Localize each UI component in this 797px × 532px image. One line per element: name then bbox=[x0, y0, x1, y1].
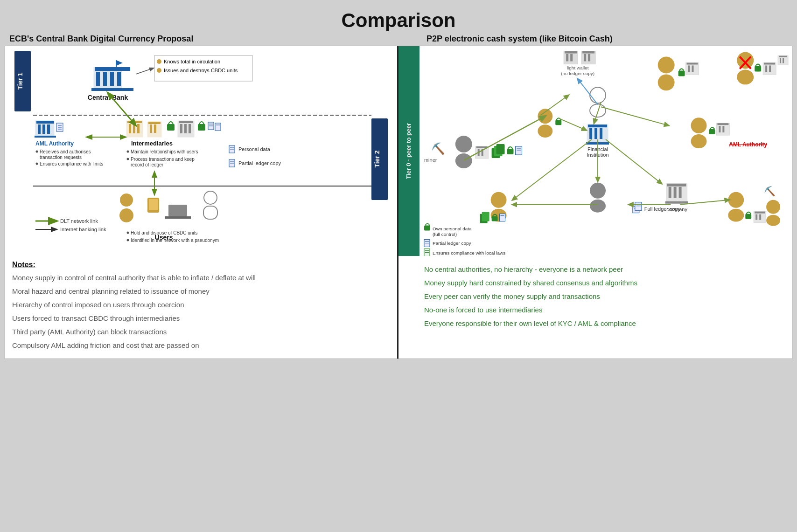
left-note-4: Users forced to transact CBDC through in… bbox=[12, 313, 390, 323]
svg-point-16 bbox=[157, 59, 161, 64]
svg-rect-146 bbox=[600, 128, 602, 139]
left-diagram-svg: Tier 1 Tier 2 bbox=[5, 46, 397, 256]
notes-title: Notes: bbox=[12, 261, 390, 269]
svg-rect-6 bbox=[96, 72, 100, 86]
svg-rect-113 bbox=[692, 65, 694, 72]
right-note-5: Everyone responsible for their own level… bbox=[424, 318, 785, 328]
svg-point-33 bbox=[36, 151, 38, 153]
svg-rect-57 bbox=[215, 123, 221, 131]
svg-text:Receives and authorises: Receives and authorises bbox=[40, 149, 91, 154]
svg-rect-147 bbox=[588, 124, 607, 127]
svg-text:miner: miner bbox=[424, 157, 437, 163]
svg-rect-138 bbox=[496, 144, 505, 154]
svg-text:Full ledger copy: Full ledger copy bbox=[644, 206, 681, 212]
svg-text:DLT network link: DLT network link bbox=[60, 218, 98, 224]
svg-rect-99 bbox=[566, 54, 568, 62]
right-note-1: No central authorities, no hierarchy - e… bbox=[424, 264, 785, 274]
svg-text:Process transactions and keep: Process transactions and keep bbox=[131, 157, 195, 162]
right-notes-section: No central authorities, no hierarchy - e… bbox=[398, 256, 792, 349]
svg-rect-45 bbox=[154, 124, 156, 133]
svg-rect-25 bbox=[47, 124, 50, 134]
right-note-3: Every peer can verify the money supply a… bbox=[424, 291, 785, 301]
svg-text:Internet banking link: Internet banking link bbox=[60, 227, 106, 232]
svg-text:Maintain relationships with us: Maintain relationships with users bbox=[131, 149, 198, 154]
svg-rect-53 bbox=[198, 124, 205, 131]
svg-text:Own personal data: Own personal data bbox=[433, 226, 472, 231]
svg-rect-23 bbox=[38, 124, 41, 134]
svg-rect-121 bbox=[765, 65, 767, 72]
svg-rect-75 bbox=[119, 208, 133, 222]
right-panel: Tier 0 - peer to peer light wallet (no l… bbox=[398, 46, 792, 359]
svg-text:AML Authority: AML Authority bbox=[729, 141, 767, 148]
main-content: Tier 1 Tier 2 bbox=[5, 46, 792, 359]
right-diagram: Tier 0 - peer to peer light wallet (no l… bbox=[398, 46, 792, 256]
right-note-4: No-one is forced to use intermediaries bbox=[424, 305, 785, 315]
title-bar: Comparison bbox=[5, 5, 792, 34]
svg-rect-167 bbox=[669, 187, 671, 198]
svg-text:Identified in the network with: Identified in the network with a pseudon… bbox=[131, 238, 219, 243]
svg-rect-153 bbox=[555, 120, 561, 125]
svg-point-62 bbox=[127, 158, 129, 160]
svg-point-74 bbox=[120, 193, 133, 207]
svg-rect-78 bbox=[168, 205, 187, 216]
svg-rect-79 bbox=[165, 216, 191, 219]
svg-text:record of ledger: record of ledger bbox=[131, 162, 164, 167]
svg-point-83 bbox=[127, 232, 129, 234]
svg-rect-109 bbox=[658, 74, 675, 90]
right-subtitle: P2P electronic cash system (like Bitcoin… bbox=[398, 34, 792, 44]
svg-text:Central Bank: Central Bank bbox=[88, 94, 128, 101]
svg-rect-7 bbox=[103, 72, 107, 86]
tier0-banner: Tier 0 - peer to peer bbox=[398, 46, 419, 256]
svg-rect-179 bbox=[766, 215, 780, 226]
left-subtitle: ECB's Central Bank Digital Currency Prop… bbox=[5, 34, 398, 44]
svg-point-164 bbox=[590, 183, 606, 199]
svg-rect-49 bbox=[180, 124, 182, 133]
svg-rect-44 bbox=[150, 124, 152, 133]
tier0-label: Tier 0 - peer to peer bbox=[405, 123, 413, 179]
svg-point-173 bbox=[491, 192, 507, 208]
svg-rect-51 bbox=[189, 124, 191, 133]
svg-point-36 bbox=[36, 163, 38, 165]
svg-rect-157 bbox=[691, 134, 707, 148]
left-note-3: Hierarchy of control imposed on users th… bbox=[12, 300, 390, 310]
svg-rect-181 bbox=[482, 212, 489, 221]
svg-rect-188 bbox=[635, 202, 642, 211]
svg-rect-105 bbox=[582, 51, 594, 54]
svg-rect-103 bbox=[584, 54, 586, 62]
left-note-1: Money supply in control of central autho… bbox=[12, 273, 390, 283]
svg-rect-114 bbox=[687, 62, 698, 64]
svg-point-175 bbox=[728, 192, 744, 208]
svg-rect-11 bbox=[91, 88, 133, 91]
svg-text:Ensures compliance with local : Ensures compliance with local laws bbox=[433, 250, 505, 256]
svg-text:Ensures compliance with limits: Ensures compliance with limits bbox=[40, 161, 103, 166]
left-notes-list: Money supply in control of central autho… bbox=[12, 273, 390, 350]
svg-text:Tier 1: Tier 1 bbox=[16, 72, 24, 90]
svg-rect-41 bbox=[137, 124, 140, 133]
svg-text:⛏️: ⛏️ bbox=[431, 142, 445, 155]
svg-point-60 bbox=[127, 151, 129, 153]
svg-rect-39 bbox=[129, 124, 131, 133]
svg-rect-110 bbox=[678, 70, 685, 76]
svg-rect-127 bbox=[779, 56, 787, 57]
svg-rect-126 bbox=[783, 58, 784, 63]
svg-rect-192 bbox=[745, 214, 751, 219]
svg-rect-162 bbox=[717, 123, 728, 125]
svg-rect-176 bbox=[728, 209, 744, 222]
svg-rect-165 bbox=[590, 200, 606, 213]
svg-rect-116 bbox=[737, 69, 754, 84]
svg-rect-9 bbox=[117, 72, 121, 86]
svg-rect-170 bbox=[667, 184, 686, 187]
svg-rect-171 bbox=[665, 201, 688, 204]
svg-point-85 bbox=[127, 239, 129, 242]
svg-rect-125 bbox=[780, 58, 781, 63]
svg-rect-101 bbox=[565, 51, 577, 54]
svg-rect-158 bbox=[709, 129, 715, 134]
svg-rect-26 bbox=[36, 121, 54, 124]
svg-text:⛏️: ⛏️ bbox=[764, 186, 776, 197]
svg-point-178 bbox=[766, 200, 780, 214]
svg-rect-168 bbox=[674, 187, 677, 198]
svg-rect-144 bbox=[589, 128, 592, 139]
svg-rect-152 bbox=[538, 124, 552, 138]
svg-text:(no ledger copy): (no ledger copy) bbox=[561, 71, 594, 76]
svg-rect-140 bbox=[515, 146, 522, 155]
